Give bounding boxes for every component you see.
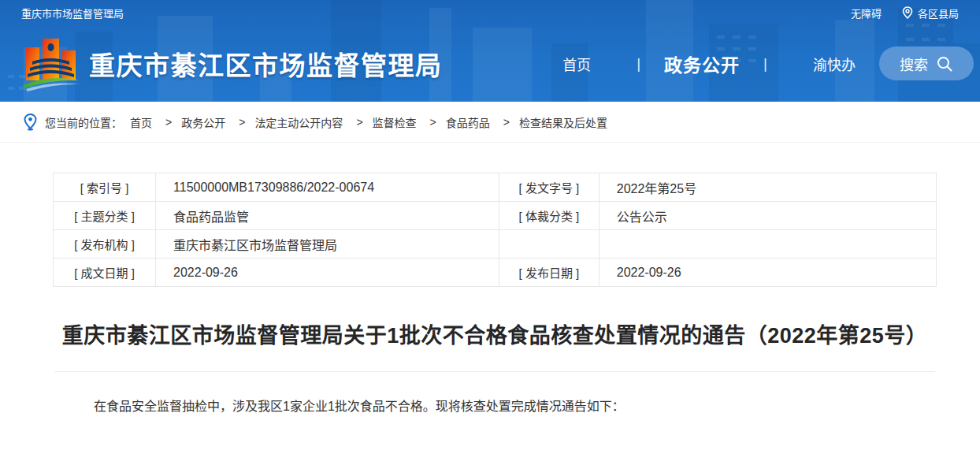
meta-value-topic: 食品药品监管 [156,202,499,230]
meta-label-publisher: [ 发布机构 ] [54,230,156,259]
accessibility-link[interactable]: 无障碍 [851,6,882,20]
breadcrumb-separator: > [430,116,436,128]
main-nav: 首页 | 政务公开 | 渝快办 [559,50,859,77]
site-title: 重庆市綦江区市场监督管理局 [89,45,443,83]
article-paragraph: 在食品安全监督抽检中，涉及我区1家企业1批次食品不合格。现将核查处置完成情况通告… [53,396,937,419]
breadcrumb-item-statutory[interactable]: 法定主动公开内容 [254,114,343,130]
meta-label-empty [499,230,600,259]
meta-value-publisher: 重庆市綦江区市场监督管理局 [156,230,499,259]
nav-separator: | [637,55,640,73]
breadcrumb-separator: > [239,116,245,128]
breadcrumb-item-inspection-results[interactable]: 检查结果及后处置 [519,114,607,130]
breadcrumb-item-home[interactable]: 首页 [130,114,152,130]
nav-separator: | [763,55,767,73]
meta-value-index-no: 11500000MB17309886/2022-00674 [156,173,499,202]
breadcrumb-item-food-drug[interactable]: 食品药品 [446,114,490,130]
table-row: [ 主题分类 ] 食品药品监管 [ 体裁分类 ] 公告公示 [54,202,937,230]
breadcrumb: 您当前的位置：首页 >政务公开 >法定主动公开内容 >监督检查 >食品药品 >检… [0,102,980,143]
breadcrumb-separator: > [503,116,510,128]
district-bureaus-group: 各区县局 [902,6,959,20]
table-row: [ 发布机构 ] 重庆市綦江区市场监督管理局 [54,230,937,259]
meta-value-publish-date: 2022-09-26 [599,259,936,287]
meta-value-doc-no: 2022年第25号 [599,173,936,202]
breadcrumb-item-supervision[interactable]: 监督检查 [373,114,417,130]
article-content: [ 索引号 ] 11500000MB17309886/2022-00674 [ … [0,173,980,419]
search-button-label: 搜索 [900,54,928,74]
location-pin-icon [902,6,913,19]
nav-home[interactable]: 首页 [559,54,594,74]
meta-value-empty [599,230,936,259]
location-pin-icon [24,114,37,131]
table-row: [ 索引号 ] 11500000MB17309886/2022-00674 [ … [54,173,937,202]
nav-yukuaiban[interactable]: 渝快办 [810,54,859,74]
table-row: [ 成文日期 ] 2022-09-26 [ 发布日期 ] 2022-09-26 [54,259,937,287]
meta-value-written-date: 2022-09-26 [156,259,499,287]
document-title: 重庆市綦江区市场监督管理局关于1批次不合格食品核查处置情况的通告（2022年第2… [54,320,935,353]
breadcrumb-item-gov-info[interactable]: 政务公开 [181,114,225,130]
meta-label-written-date: [ 成文日期 ] [54,259,156,287]
header-row: 重庆市綦江区市场监督管理局 首页 | 政务公开 | 渝快办 搜索 [0,25,980,102]
top-utility-bar: 重庆市市场监督管理局 无障碍 各区县局 [0,0,980,25]
search-button[interactable]: 搜索 [879,47,974,80]
meta-label-doc-no: [ 发文字号 ] [499,173,600,202]
meta-label-index-no: [ 索引号 ] [54,173,156,202]
meta-value-genre: 公告公示 [599,202,936,230]
meta-label-genre: [ 体裁分类 ] [499,202,600,230]
meta-label-publish-date: [ 发布日期 ] [499,259,600,287]
breadcrumb-separator: > [165,116,172,128]
search-icon [936,55,953,73]
title-divider [54,371,935,372]
breadcrumb-prefix: 您当前的位置： [45,114,122,130]
site-header: 重庆市市场监督管理局 无障碍 各区县局 [0,0,980,102]
city-bureau-link[interactable]: 重庆市市场监督管理局 [21,6,124,20]
nav-gov-info[interactable]: 政务公开 [661,50,743,77]
agency-logo [21,35,81,93]
meta-label-topic: [ 主题分类 ] [54,202,156,230]
breadcrumb-separator: > [356,116,362,128]
district-bureaus-link[interactable]: 各区县局 [918,6,959,20]
brand[interactable]: 重庆市綦江区市场监督管理局 [21,35,443,93]
document-meta-table: [ 索引号 ] 11500000MB17309886/2022-00674 [ … [53,173,937,287]
